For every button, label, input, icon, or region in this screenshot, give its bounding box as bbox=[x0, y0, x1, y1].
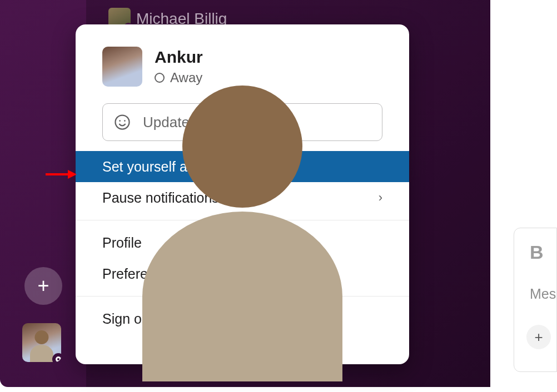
svg-point-1 bbox=[119, 120, 121, 122]
pause-notifications-label: Pause notifications bbox=[102, 190, 219, 206]
presence-label: Away bbox=[170, 70, 202, 86]
plus-icon: + bbox=[37, 274, 49, 298]
smiley-icon bbox=[114, 114, 131, 130]
user-avatar bbox=[102, 47, 142, 87]
message-input-placeholder: Mes bbox=[530, 286, 556, 302]
compose-new-button[interactable]: + bbox=[24, 267, 62, 305]
svg-point-2 bbox=[124, 120, 126, 122]
chevron-right-icon: › bbox=[379, 190, 382, 205]
self-avatar-button[interactable] bbox=[22, 323, 61, 362]
presence-away-icon bbox=[155, 73, 165, 83]
message-pane: B Mes + bbox=[490, 0, 557, 392]
profile-label: Profile bbox=[102, 235, 142, 251]
plus-icon: + bbox=[534, 329, 543, 346]
svg-point-0 bbox=[116, 115, 130, 129]
popover-header: Ankur Away bbox=[76, 24, 409, 98]
message-composer[interactable]: B Mes + bbox=[514, 228, 557, 372]
user-display-name: Ankur bbox=[155, 48, 203, 67]
bold-format-button[interactable]: B bbox=[530, 242, 556, 263]
callout-arrow-icon bbox=[46, 170, 77, 179]
attachment-plus-button[interactable]: + bbox=[526, 325, 551, 349]
user-menu-popover: Ankur Away Update your status Set yourse… bbox=[76, 24, 409, 364]
